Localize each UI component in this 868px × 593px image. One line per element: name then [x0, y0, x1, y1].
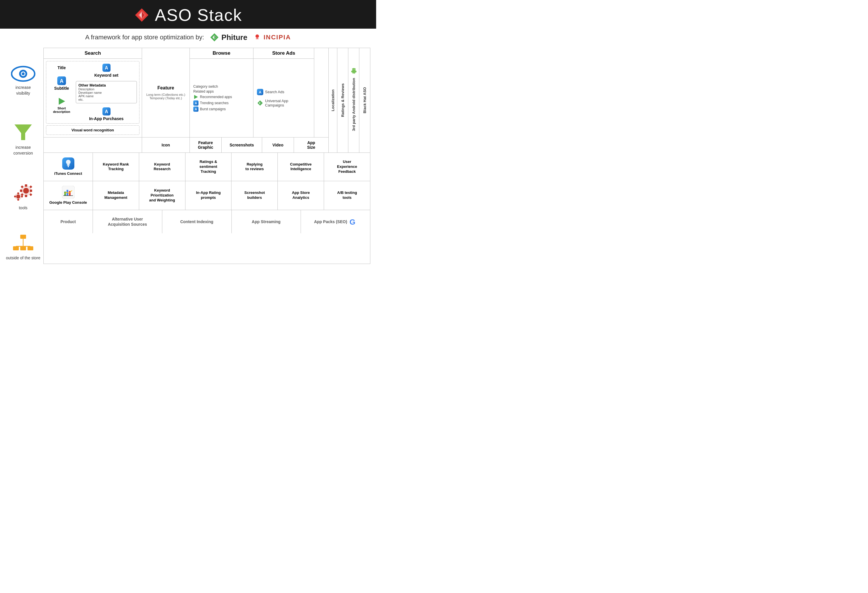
- svg-rect-69: [67, 164, 70, 166]
- product-label: Product: [61, 219, 76, 224]
- svg-rect-60: [356, 71, 356, 72]
- phiture-label: Phiture: [221, 33, 247, 42]
- subtitle-bar: A framework for app store optimization b…: [0, 29, 376, 45]
- outside-label: outside of the store: [6, 255, 40, 261]
- third-party-col: 3rd party Android distribution: [348, 48, 359, 152]
- incipia-label: INCIPIA: [264, 34, 291, 41]
- browse-trending-text: Trending searches: [200, 101, 229, 105]
- android-icon: [350, 67, 357, 74]
- svg-text:A: A: [195, 102, 197, 105]
- browse-item-recommended: Recommended apps: [193, 94, 232, 99]
- play-store-icon: [57, 97, 66, 106]
- screenshots-cell: Screenshots: [221, 138, 262, 152]
- svg-point-68: [66, 160, 71, 164]
- svg-rect-31: [20, 235, 26, 239]
- metadata-management-cell: Metadata Management: [93, 181, 139, 210]
- subtitle-label: Subtitle: [54, 86, 69, 90]
- competitive-intelligence-label: Competitive Intelligence: [290, 162, 311, 172]
- keyword-rank-label: Keyword Rank Tracking: [103, 162, 129, 172]
- inapp-icon: A: [102, 107, 111, 115]
- vertical-columns: Localization Ratings & Reviews: [328, 48, 370, 152]
- browse-category-text: Category switch: [193, 84, 218, 89]
- black-hat-col: Black Hat ASO: [359, 48, 370, 152]
- page-title: ASO Stack: [155, 5, 242, 25]
- svg-rect-18: [25, 195, 27, 197]
- search-header: Search: [44, 48, 142, 59]
- header: ASO Stack: [0, 0, 376, 29]
- screenshot-builders-cell: Screenshot builders: [232, 181, 278, 210]
- svg-rect-28: [17, 199, 19, 201]
- store-ads-column: Store Ads A Search Ads: [254, 48, 314, 137]
- inapp-purchases-label: In-App Purchases: [89, 116, 124, 121]
- conversion-section: increaseconversion: [13, 119, 33, 173]
- visibility-label: increasevisibility: [16, 85, 31, 96]
- inapp-rating-label: In-App Rating prompts: [196, 191, 220, 200]
- keyword-rank-tracking-cell: Keyword Rank Tracking: [93, 153, 139, 181]
- icon-cell: Icon: [142, 138, 190, 152]
- svg-rect-58: [352, 70, 356, 73]
- svg-point-8: [255, 34, 259, 38]
- itunes-connect-icon: [62, 157, 74, 170]
- short-desc-label: Short description: [49, 106, 75, 114]
- video-label: Video: [273, 143, 283, 147]
- svg-marker-14: [15, 124, 32, 140]
- browse-item-trending: A Trending searches: [193, 101, 229, 106]
- visual-word-label: Visual word recognition: [46, 125, 139, 135]
- product-cell: Product: [44, 210, 93, 233]
- gears-icon: [10, 182, 36, 203]
- browse-related-text: Related apps: [193, 89, 214, 93]
- ab-testing-cell: A/B testing tools: [324, 181, 370, 210]
- ux-feedback-label: User Experience Feedback: [337, 160, 357, 174]
- search-column: Search Title: [44, 48, 142, 137]
- svg-marker-41: [59, 98, 65, 105]
- app-size-label: App Size: [307, 140, 315, 149]
- alt-ua-cell: Alternative User Acquisition Sources: [93, 210, 162, 233]
- incipia-logo: INCIPIA: [253, 33, 291, 41]
- play-arrow-icon-recommended: [193, 94, 198, 99]
- app-store-analytics-label: App Store Analytics: [292, 191, 310, 200]
- third-party-label: 3rd party Android distribution: [350, 75, 357, 133]
- black-hat-label: Black Hat ASO: [362, 85, 368, 116]
- subtitle-text: A framework for app store optimization b…: [85, 34, 204, 41]
- funnel-icon: [13, 122, 33, 142]
- localization-col: Localization: [328, 48, 337, 152]
- keyword-prio-label: Keyword Prioritization and Weighting: [149, 188, 175, 203]
- outside-section-grid: Product Alternative User Acquisition Sou…: [44, 210, 370, 233]
- feature-column: Feature Long term (Collections etc.)Temp…: [142, 48, 190, 137]
- store-ads-header: Store Ads: [254, 48, 314, 59]
- svg-text:A: A: [259, 90, 261, 94]
- svg-rect-70: [68, 166, 69, 167]
- left-sidebar: increasevisibility increaseconversion: [3, 48, 43, 264]
- svg-rect-30: [21, 196, 23, 197]
- tools-section: tools: [10, 173, 36, 228]
- svg-text:A: A: [105, 65, 108, 70]
- browse-column: Browse Category switch Related apps: [190, 48, 254, 137]
- tools-row-1: iTunes Connect Keyword Rank Tracking Key…: [44, 153, 370, 181]
- google-play-console-label: Google Play Console: [49, 200, 87, 205]
- svg-rect-62: [354, 72, 355, 74]
- content-indexing-label: Content Indexing: [180, 219, 213, 224]
- incipia-icon: [253, 33, 261, 41]
- ios-icon-trending: A: [193, 101, 198, 106]
- google-play-console-icon: [62, 186, 75, 198]
- svg-rect-29: [14, 196, 16, 197]
- alt-ua-label: Alternative User Acquisition Sources: [108, 216, 147, 227]
- ratings-reviews-label: Ratings & Reviews: [340, 81, 346, 119]
- search-ads-item: A Search Ads: [257, 89, 310, 95]
- keyword-set-label: Keyword set: [94, 73, 118, 78]
- replying-reviews-cell: Replying to reviews: [232, 153, 278, 181]
- browse-item-category: Category switch: [193, 84, 218, 89]
- svg-rect-17: [25, 184, 27, 187]
- svg-text:A: A: [105, 109, 108, 114]
- tools-row-2: Google Play Console Metadata Management …: [44, 181, 370, 210]
- app-packs-cell: App Packs (SEO) G: [301, 210, 370, 233]
- keyword-prio-cell: Keyword Prioritization and Weighting: [139, 181, 186, 210]
- browse-header: Browse: [190, 48, 253, 59]
- svg-rect-61: [353, 72, 354, 74]
- metadata-management-label: Metadata Management: [105, 191, 127, 200]
- svg-text:A: A: [60, 78, 63, 84]
- app-streaming-label: App Streaming: [252, 219, 280, 224]
- feature-sub: Long term (Collections etc.)Temporary (T…: [146, 93, 186, 100]
- browse-item-related: Related apps: [193, 89, 214, 93]
- icon-label: Icon: [162, 143, 170, 147]
